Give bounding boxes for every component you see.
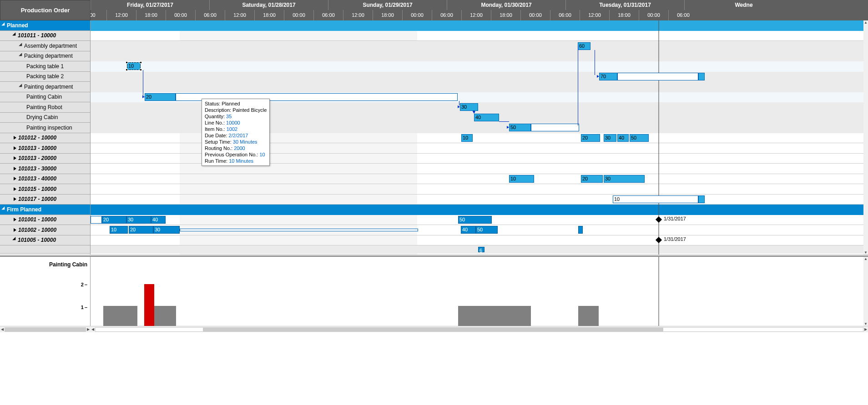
tree-order[interactable]: 101005 - 10000 xyxy=(0,235,90,246)
histogram-tick: 2 xyxy=(81,282,87,287)
gantt-bar-outline[interactable] xyxy=(91,216,102,224)
tree-resource[interactable]: Painting Cabin xyxy=(0,92,90,103)
tree-resource[interactable]: Painting Robot xyxy=(0,102,90,113)
hour-col: 18:00 xyxy=(373,10,402,20)
tree-order[interactable]: 101017 - 10000 xyxy=(0,195,90,205)
gantt-bar[interactable]: 50 xyxy=(630,134,649,142)
hour-col: 12:00 xyxy=(225,10,254,20)
histogram-tick: 1 xyxy=(81,305,87,310)
gantt-bar[interactable]: 30 xyxy=(153,226,180,234)
tree-order[interactable]: 101013 - 40000 xyxy=(0,174,90,185)
gantt-bar[interactable]: 40 xyxy=(617,134,629,142)
vertical-scrollbar[interactable]: ▲ ▼ xyxy=(863,20,868,255)
tree-order[interactable]: 101011 - 10000 xyxy=(0,31,90,41)
tooltip: Status: Planned Description: Painted Bic… xyxy=(202,99,270,166)
gantt-bar[interactable] xyxy=(698,195,705,203)
gantt-bar[interactable]: 10 xyxy=(509,175,534,183)
tree-order[interactable]: 101015 - 10000 xyxy=(0,184,90,195)
day-col: Friday, 01/27/2017 xyxy=(91,0,209,10)
hour-col: 06:00 xyxy=(313,10,343,20)
gantt-bar[interactable]: 20 xyxy=(129,226,153,234)
resize-handle[interactable] xyxy=(126,61,128,64)
gantt-bar[interactable]: 20 xyxy=(581,175,603,183)
histogram-chart[interactable]: ▲ ▼ xyxy=(91,257,868,326)
gantt-bar-outline[interactable] xyxy=(531,124,579,131)
gantt-bar[interactable]: 70 xyxy=(599,73,617,80)
scroll-up-icon[interactable]: ▲ xyxy=(864,20,868,25)
gantt-bar[interactable]: 40 xyxy=(474,114,499,121)
hour-col: 06:00 xyxy=(668,10,698,20)
day-col: Saturday, 01/28/2017 xyxy=(209,0,328,10)
tree-order[interactable]: 101002 - 10000 xyxy=(0,225,90,235)
gantt-bar[interactable] xyxy=(578,226,583,234)
scroll-down-icon[interactable]: ▼ xyxy=(864,250,868,255)
gantt-bar[interactable]: 10 xyxy=(110,226,128,234)
tree-group-planned[interactable]: Planned xyxy=(0,20,90,31)
scroll-up-icon[interactable]: ▲ xyxy=(864,257,868,261)
gantt-bar[interactable]: 50 xyxy=(458,216,492,224)
hour-col: 00:00 xyxy=(402,10,432,20)
row-bg xyxy=(91,205,868,215)
hour-col: 18:00 xyxy=(254,10,284,20)
tree-hscroll[interactable]: ◀ ▶ xyxy=(0,326,91,332)
link-arrow-icon xyxy=(507,126,509,129)
gantt-bar[interactable]: 20 xyxy=(581,134,600,142)
gantt-grid[interactable]: 60 10 70 20 30 40 50 10 20 30 40 xyxy=(91,20,868,255)
gantt-bar[interactable]: 30 xyxy=(460,103,478,111)
scroll-right-icon[interactable]: ▶ xyxy=(864,327,867,331)
scroll-left-icon[interactable]: ◀ xyxy=(1,327,4,331)
tree-dept[interactable]: Painting department xyxy=(0,82,90,92)
timeline-scale[interactable]: Friday, 01/27/2017 Saturday, 01/28/2017 … xyxy=(91,0,868,20)
grid-hscroll[interactable]: ◀ ▶ xyxy=(91,326,868,332)
gantt-bar[interactable]: 30 xyxy=(604,134,616,142)
scroll-left-icon[interactable]: ◀ xyxy=(91,327,94,331)
gantt-bar[interactable]: 6 xyxy=(478,247,484,252)
vertical-scrollbar[interactable]: ▲ ▼ xyxy=(863,257,868,326)
link-arrow-icon xyxy=(473,111,475,114)
tree-order[interactable]: 101012 - 10000 xyxy=(0,133,90,144)
gantt-bar[interactable]: 40 xyxy=(461,226,476,234)
tree-panel[interactable]: Planned 101011 - 10000 Assembly departme… xyxy=(0,20,91,255)
gantt-bar[interactable]: 30 xyxy=(126,216,151,224)
gantt-bar[interactable]: 20 xyxy=(102,216,126,224)
gantt-bar-outline[interactable]: 10 xyxy=(613,195,698,203)
tree-dept[interactable]: Packing department xyxy=(0,51,90,62)
scroll-down-icon[interactable]: ▼ xyxy=(864,322,868,326)
hour-col: 18:00 xyxy=(136,10,166,20)
gantt-bar[interactable]: 60 xyxy=(578,42,590,50)
resize-handle[interactable] xyxy=(140,69,142,71)
scroll-right-icon[interactable]: ▶ xyxy=(87,327,90,331)
gantt-bar[interactable] xyxy=(698,73,705,80)
tree-dept-partial[interactable] xyxy=(0,245,90,254)
row-bg xyxy=(91,72,868,82)
milestone-label: 1/31/2017 xyxy=(664,236,686,242)
gantt-bar-outline[interactable] xyxy=(617,73,698,80)
gantt-bar-outline[interactable] xyxy=(180,229,418,231)
resize-handle[interactable] xyxy=(140,61,142,64)
now-indicator xyxy=(658,257,659,326)
hour-col: 06:00 xyxy=(550,10,580,20)
timeline-header: Production Order Friday, 01/27/2017 Satu… xyxy=(0,0,868,20)
tree-order[interactable]: 101013 - 20000 xyxy=(0,154,90,164)
gantt-bar[interactable]: 20 xyxy=(145,93,176,101)
gantt-bar[interactable]: 10 xyxy=(461,134,473,142)
tree-order[interactable]: 101013 - 30000 xyxy=(0,164,90,174)
hour-col: 12:00 xyxy=(461,10,491,20)
resize-handle[interactable] xyxy=(126,69,128,71)
gantt-bar-selected[interactable]: 10 xyxy=(127,62,141,70)
gantt-bar[interactable]: 50 xyxy=(509,124,531,131)
gantt-bar[interactable]: 30 xyxy=(604,175,645,183)
gantt-bar[interactable]: 40 xyxy=(151,216,166,224)
histogram-panel: Painting Cabin 2 1 ▲ ▼ xyxy=(0,256,868,326)
tree-order[interactable]: 101001 - 10000 xyxy=(0,215,90,225)
tree-dept[interactable]: Assembly department xyxy=(0,41,90,51)
tree-resource[interactable]: Packing table 2 xyxy=(0,72,90,82)
tree-resource[interactable]: Drying Cabin xyxy=(0,113,90,123)
tree-resource[interactable]: Painting inspection xyxy=(0,123,90,133)
gantt-bar[interactable]: 50 xyxy=(476,226,498,234)
tree-resource[interactable]: Packing table 1 xyxy=(0,61,90,72)
hour-col: 00:00 xyxy=(520,10,550,20)
tree-order[interactable]: 101013 - 10000 xyxy=(0,143,90,154)
link-arrow-icon xyxy=(458,105,460,108)
tree-group-firmplanned[interactable]: Firm Planned xyxy=(0,205,90,215)
